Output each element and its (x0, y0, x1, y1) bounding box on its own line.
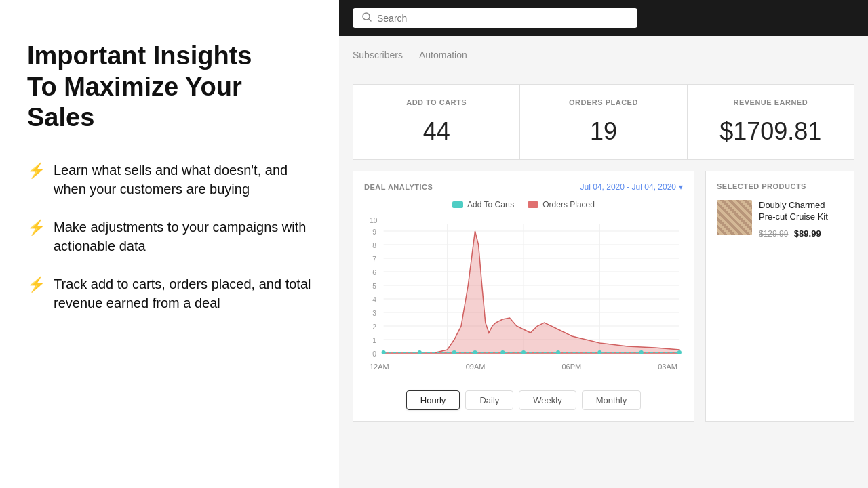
svg-line-1 (369, 19, 371, 21)
stat-value-revenue-earned: $1709.81 (704, 117, 837, 146)
stat-value-orders-placed: 19 (536, 117, 670, 146)
product-pricing: $129.99 $89.99 (759, 227, 843, 239)
time-filters: Hourly Daily Weekly Monthly (364, 382, 683, 410)
chart-legend: Add To Carts Orders Placed (364, 200, 683, 209)
svg-text:9: 9 (372, 228, 376, 236)
chart-title: DEAL ANALYTICS (364, 183, 433, 191)
stat-value-add-to-carts: 44 (370, 117, 503, 146)
svg-marker-26 (384, 231, 679, 353)
right-panel: Subscribers Automation ADD TO CARTS 44 O… (339, 0, 868, 488)
stat-card-orders-placed: ORDERS PLACED 19 (519, 84, 686, 160)
product-item: Doubly Charmed Pre-cut Cruise Kit $129.9… (717, 200, 843, 239)
svg-text:3: 3 (372, 310, 376, 317)
legend-orders-placed: Orders Placed (528, 200, 595, 209)
svg-text:7: 7 (372, 256, 376, 263)
tabs-bar: Subscribers Automation (353, 49, 854, 70)
svg-point-29 (452, 350, 456, 354)
svg-point-27 (382, 350, 386, 354)
bullet-item-3: ⚡ Track add to carts, orders placed, and… (27, 274, 312, 312)
product-thumb-pattern (717, 200, 752, 235)
stat-label-add-to-carts: ADD TO CARTS (370, 98, 503, 106)
svg-text:4: 4 (372, 296, 376, 304)
svg-point-36 (677, 350, 682, 354)
bullet-text-3: Track add to carts, orders placed, and t… (54, 274, 312, 312)
svg-text:0: 0 (372, 350, 376, 358)
legend-label-orders-placed: Orders Placed (542, 200, 595, 209)
legend-label-add-to-carts: Add To Carts (467, 200, 514, 209)
svg-point-32 (521, 350, 526, 354)
svg-point-33 (556, 350, 560, 354)
chart-header: DEAL ANALYTICS Jul 04, 2020 - Jul 04, 20… (364, 182, 683, 192)
bullet-text-1: Learn what sells and what doesn't, and w… (54, 161, 312, 199)
tab-subscribers[interactable]: Subscribers (353, 49, 403, 63)
top-bar (339, 0, 868, 36)
svg-text:1: 1 (372, 337, 376, 344)
bottom-section: DEAL ANALYTICS Jul 04, 2020 - Jul 04, 20… (353, 171, 854, 422)
chart-svg-container: 0 1 2 3 4 5 6 7 8 9 10 (364, 218, 683, 360)
x-label-03am: 03AM (658, 363, 677, 371)
svg-text:6: 6 (372, 269, 376, 277)
search-icon (362, 12, 372, 24)
search-container[interactable] (353, 8, 637, 28)
product-thumbnail (717, 200, 752, 235)
stat-label-revenue-earned: REVENUE EARNED (704, 98, 837, 106)
svg-point-34 (597, 350, 601, 354)
selected-products-card: SELECTED PRODUCTS Doubly Charmed Pre-cut… (705, 171, 854, 422)
time-btn-monthly[interactable]: Monthly (582, 390, 642, 410)
content-area: Subscribers Automation ADD TO CARTS 44 O… (339, 36, 868, 488)
svg-text:5: 5 (372, 283, 376, 290)
lightning-icon-3: ⚡ (27, 276, 45, 293)
legend-color-teal (452, 201, 463, 208)
bullet-item-1: ⚡ Learn what sells and what doesn't, and… (27, 161, 312, 199)
product-info: Doubly Charmed Pre-cut Cruise Kit $129.9… (759, 200, 843, 239)
bullet-item-2: ⚡ Make adjustments to your campaigns wit… (27, 218, 312, 256)
x-label-09am: 09AM (466, 363, 486, 371)
tab-automation[interactable]: Automation (419, 49, 467, 63)
stat-label-orders-placed: ORDERS PLACED (536, 98, 670, 106)
stat-card-add-to-carts: ADD TO CARTS 44 (353, 84, 519, 160)
legend-add-to-carts: Add To Carts (452, 200, 514, 209)
x-label-06pm: 06PM (562, 363, 582, 371)
lightning-icon-1: ⚡ (27, 162, 45, 180)
svg-point-31 (500, 350, 505, 354)
legend-color-red (528, 201, 538, 208)
svg-point-30 (473, 350, 477, 354)
time-btn-weekly[interactable]: Weekly (519, 390, 576, 410)
date-range[interactable]: Jul 04, 2020 - Jul 04, 2020 ▾ (580, 182, 683, 192)
time-btn-daily[interactable]: Daily (465, 390, 513, 410)
chart-card: DEAL ANALYTICS Jul 04, 2020 - Jul 04, 20… (353, 171, 694, 422)
chevron-down-icon: ▾ (679, 182, 683, 192)
search-input[interactable] (377, 13, 628, 24)
product-name: Doubly Charmed Pre-cut Cruise Kit (759, 200, 843, 223)
selected-products-title: SELECTED PRODUCTS (717, 182, 843, 190)
stat-card-revenue-earned: REVENUE EARNED $1709.81 (687, 84, 854, 160)
svg-text:8: 8 (372, 242, 376, 249)
x-axis-labels: 12AM 09AM 06PM 03AM (364, 360, 683, 371)
lightning-icon-2: ⚡ (27, 219, 45, 237)
product-sale-price: $89.99 (794, 228, 821, 239)
main-title: Important Insights To Maximize Your Sale… (27, 41, 312, 134)
svg-point-28 (418, 350, 422, 354)
bullet-text-2: Make adjustments to your campaigns with … (54, 218, 312, 256)
x-label-12am: 12AM (370, 363, 389, 371)
svg-text:2: 2 (372, 323, 376, 331)
stats-row: ADD TO CARTS 44 ORDERS PLACED 19 REVENUE… (353, 84, 854, 160)
left-panel: Important Insights To Maximize Your Sale… (0, 0, 339, 488)
svg-text:10: 10 (370, 218, 378, 224)
product-original-price: $129.99 (759, 229, 788, 239)
time-btn-hourly[interactable]: Hourly (406, 390, 460, 410)
svg-point-35 (639, 350, 644, 354)
